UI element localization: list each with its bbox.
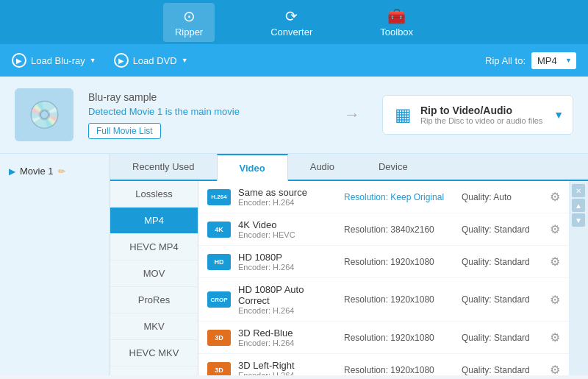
rip-all-dropdown-wrap: MP4 MKV AVI: [531, 52, 576, 69]
settings-icon[interactable]: ⚙: [550, 293, 560, 307]
format-badge: 3D: [207, 330, 231, 346]
cat-lossless[interactable]: Lossless: [110, 181, 198, 208]
load-bluray-button[interactable]: ▶ Load Blu-ray ▼: [12, 53, 96, 68]
rip-title: Rip to Video/Audio: [420, 105, 542, 116]
format-content: Lossless MP4 HEVC MP4 MOV ProRes MKV HEV…: [110, 181, 588, 375]
toolbar: ▶ Load Blu-ray ▼ ▶ Load DVD ▼ Rip All to…: [0, 44, 588, 77]
format-info: 4K Video Encoder: HEVC: [238, 219, 337, 239]
format-badge: 3D: [207, 362, 231, 376]
format-row[interactable]: HD HD 1080P Encoder: H.264 Resolution: 1…: [198, 246, 569, 278]
format-quality: Quality: Standard: [462, 333, 542, 343]
format-row[interactable]: CROP HD 1080P Auto Correct Encoder: H.26…: [198, 278, 569, 322]
close-panel-button[interactable]: ✕: [572, 184, 585, 197]
movie-list-panel: ▶ Movie 1 ✏: [0, 154, 110, 375]
format-info: 3D Red-Blue Encoder: H.264: [238, 327, 337, 347]
format-badge: CROP: [207, 291, 231, 308]
format-list: H.264 Same as source Encoder: H.264 Reso…: [198, 181, 569, 375]
disc-name: Blu-ray sample: [88, 91, 322, 103]
disc-info: 💿 Blu-ray sample Detected Movie 1 is the…: [0, 77, 588, 154]
format-name: 4K Video: [238, 219, 337, 230]
settings-icon[interactable]: ⚙: [550, 190, 560, 204]
rip-subtitle: Rip the Disc to video or audio files: [420, 116, 542, 125]
settings-icon[interactable]: ⚙: [550, 255, 560, 269]
cat-prores[interactable]: ProRes: [110, 287, 198, 314]
format-row[interactable]: 4K 4K Video Encoder: HEVC Resolution: 38…: [198, 213, 569, 246]
format-encoder: Encoder: H.264: [238, 263, 337, 272]
format-badge: 4K: [207, 222, 231, 238]
disc-detected-text: Detected Movie 1 is the main movie: [88, 106, 322, 117]
rip-all-select[interactable]: MP4 MKV AVI: [531, 52, 576, 69]
format-resolution: Resolution: 1920x1080: [344, 257, 454, 267]
tab-audio[interactable]: Audio: [288, 154, 356, 180]
load-bluray-chevron: ▼: [90, 57, 96, 64]
tab-video[interactable]: Video: [217, 154, 288, 181]
arrow-right-icon: →: [344, 105, 360, 124]
format-tabs: Recently Used Video Audio Device: [110, 154, 588, 181]
format-info: 3D Left-Right Encoder: H.264: [238, 360, 337, 375]
play-icon: ▶: [9, 166, 15, 177]
format-name: 3D Left-Right: [238, 360, 337, 371]
movie-item-label: Movie 1: [20, 166, 54, 177]
nav-toolbox-label: Toolbox: [380, 26, 413, 38]
rip-box-dropdown-icon: ▼: [553, 109, 564, 121]
cat-mov[interactable]: MOV: [110, 261, 198, 287]
disc-thumbnail: 💿: [15, 88, 74, 141]
full-movie-list-button[interactable]: Full Movie List: [88, 123, 161, 139]
bluray-icon: ▶: [12, 53, 26, 68]
nav-converter[interactable]: ⟳ Converter: [259, 3, 324, 42]
movie-item[interactable]: ▶ Movie 1 ✏: [0, 160, 110, 183]
settings-icon[interactable]: ⚙: [550, 330, 560, 344]
load-dvd-label: Load DVD: [133, 55, 177, 66]
format-name: Same as source: [238, 187, 337, 198]
load-dvd-button[interactable]: ▶ Load DVD ▼: [114, 53, 188, 68]
content-area: ▶ Movie 1 ✏ Recently Used Video Audio De…: [0, 154, 588, 375]
cat-avi[interactable]: AVI: [110, 366, 198, 375]
load-dvd-chevron: ▼: [182, 57, 188, 64]
side-controls: ✕ ▲ ▼: [569, 181, 588, 375]
nav-toolbox[interactable]: 🧰 Toolbox: [368, 3, 425, 42]
cat-mkv[interactable]: MKV: [110, 314, 198, 340]
format-row[interactable]: 3D 3D Red-Blue Encoder: H.264 Resolution…: [198, 322, 569, 354]
format-info: HD 1080P Encoder: H.264: [238, 252, 337, 272]
format-encoder: Encoder: H.264: [238, 198, 337, 207]
format-info: HD 1080P Auto Correct Encoder: H.264: [238, 284, 337, 315]
edit-icon[interactable]: ✏: [58, 166, 65, 177]
cat-hevc-mp4[interactable]: HEVC MP4: [110, 234, 198, 261]
format-encoder: Encoder: H.264: [238, 371, 337, 375]
load-bluray-label: Load Blu-ray: [31, 55, 85, 66]
nav-ripper-label: Ripper: [175, 26, 203, 38]
format-info: Same as source Encoder: H.264: [238, 187, 337, 207]
scroll-down-button[interactable]: ▼: [572, 213, 585, 227]
format-badge: HD: [207, 254, 231, 270]
format-quality: Quality: Standard: [462, 224, 542, 235]
format-encoder: Encoder: H.264: [238, 306, 337, 315]
ripper-icon: ⊙: [183, 7, 196, 25]
cat-mp4[interactable]: MP4: [110, 208, 198, 234]
settings-icon[interactable]: ⚙: [550, 363, 560, 375]
format-resolution: Resolution: 1920x1080: [344, 294, 454, 305]
rip-box[interactable]: ▦ Rip to Video/Audio Rip the Disc to vid…: [382, 95, 573, 135]
bluray-disc-icon: 💿: [28, 99, 61, 130]
toolbox-icon: 🧰: [387, 7, 406, 25]
disc-details: Blu-ray sample Detected Movie 1 is the m…: [88, 91, 322, 139]
format-resolution: Resolution: 1920x1080: [344, 365, 454, 375]
settings-icon[interactable]: ⚙: [550, 222, 560, 236]
format-name: HD 1080P Auto Correct: [238, 284, 337, 306]
converter-icon: ⟳: [285, 7, 298, 25]
format-row[interactable]: H.264 Same as source Encoder: H.264 Reso…: [198, 181, 569, 213]
format-categories: Lossless MP4 HEVC MP4 MOV ProRes MKV HEV…: [110, 181, 198, 375]
scroll-up-button[interactable]: ▲: [572, 199, 585, 212]
format-encoder: Encoder: H.264: [238, 339, 337, 347]
format-panel: Recently Used Video Audio Device Lossles…: [110, 154, 588, 375]
dvd-icon: ▶: [114, 53, 129, 68]
nav-ripper[interactable]: ⊙ Ripper: [163, 3, 215, 42]
format-resolution: Resolution: 3840x2160: [344, 224, 454, 235]
cat-hevc-mkv[interactable]: HEVC MKV: [110, 340, 198, 366]
nav-converter-label: Converter: [270, 26, 312, 38]
format-encoder: Encoder: HEVC: [238, 230, 337, 239]
tab-device[interactable]: Device: [356, 154, 430, 180]
format-row[interactable]: 3D 3D Left-Right Encoder: H.264 Resoluti…: [198, 354, 569, 375]
tab-recently-used[interactable]: Recently Used: [110, 154, 217, 180]
format-quality: Quality: Auto: [462, 192, 542, 202]
rip-all-label: Rip All to:: [485, 55, 526, 66]
